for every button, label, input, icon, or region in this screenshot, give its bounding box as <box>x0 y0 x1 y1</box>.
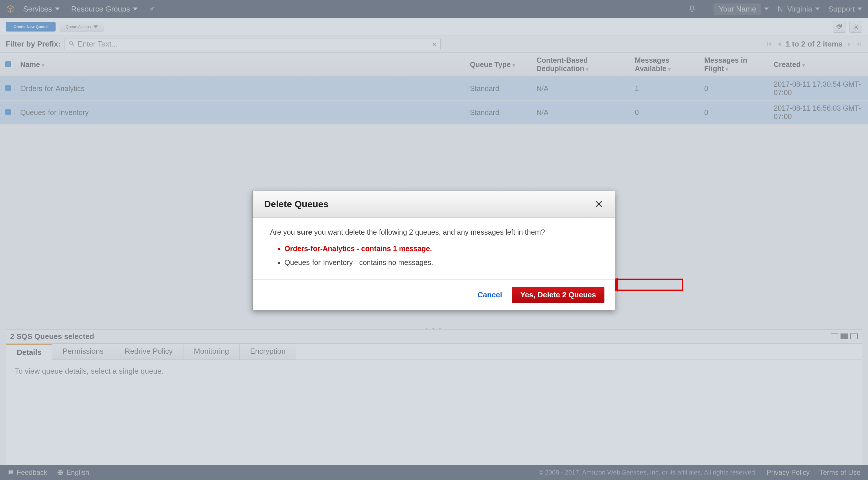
modal-header: Delete Queues ✕ <box>253 191 615 217</box>
close-icon[interactable]: ✕ <box>595 198 603 210</box>
modal-footer: Cancel Yes, Delete 2 Queues <box>253 279 615 310</box>
annotation-box <box>615 279 683 291</box>
annotation-callout <box>605 279 683 291</box>
modal-item: Queues-for-Inventory - contains no messa… <box>284 257 597 268</box>
delete-queues-modal: Delete Queues ✕ Are you sure you want de… <box>252 191 615 310</box>
modal-intro: Are you sure you want delete the followi… <box>270 228 597 236</box>
confirm-delete-button[interactable]: Yes, Delete 2 Queues <box>512 287 604 303</box>
arrow-left-icon <box>605 279 615 290</box>
cancel-button[interactable]: Cancel <box>477 290 502 299</box>
modal-item-warning: Orders-for-Analytics - contains 1 messag… <box>284 243 597 254</box>
modal-title: Delete Queues <box>264 199 329 209</box>
modal-body: Are you sure you want delete the followi… <box>253 217 615 279</box>
